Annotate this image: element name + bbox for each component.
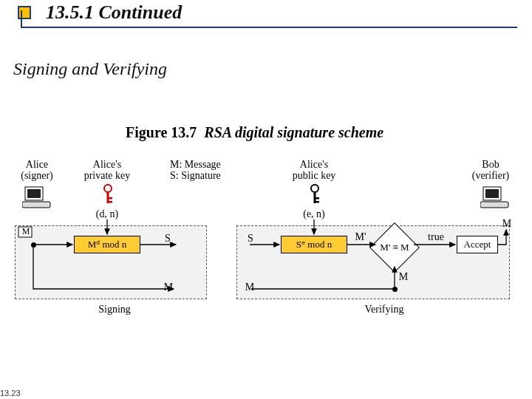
node-dot [392,287,398,292]
key-red-icon [102,184,114,206]
node-dot [31,242,36,248]
key-black-icon [309,184,321,206]
dn-label: (d, n) [89,208,126,219]
msg-sig-label: M: Message S: Signature [170,159,244,182]
alice-private-key-label: Alice's private key [81,159,133,182]
slide-header: 13.5.1 Continued [0,0,532,34]
slide-number: 13.23 [0,389,21,398]
svg-rect-4 [485,189,499,198]
bob-label: Bob (verifier) [468,159,513,182]
slide-subtitle: Signing and Verifying [13,59,167,79]
s-out-label: S [163,233,173,244]
mprime-label: M' [352,231,369,242]
svg-rect-2 [22,202,50,208]
svg-point-6 [104,185,112,192]
header-rule-vertical [21,10,28,28]
alice-label: Alice (signer) [15,159,59,182]
computer-icon [22,185,52,209]
s-in-label: S [245,233,256,244]
sign-op-box: Mᵈ mod n [74,236,140,253]
verifying-label: Verifying [355,304,414,315]
accept-box: Accept [457,236,498,253]
svg-rect-12 [316,197,319,200]
signing-label: Signing [89,304,140,315]
figure-caption-text: RSA digital signature scheme [204,124,383,140]
true-label: true [425,231,447,242]
svg-rect-5 [480,202,508,208]
svg-rect-9 [109,201,112,203]
m-bottom-out: M [163,282,174,293]
svg-rect-13 [316,201,319,203]
computer-icon [480,185,510,209]
verify-op-box: Sᵉ mod n [281,236,347,253]
svg-rect-1 [27,189,41,198]
compare-label: M' ≡ M [372,242,417,253]
figure-caption: Figure 13.7 RSA digital signature scheme [126,124,383,141]
svg-rect-8 [109,197,112,200]
slide-title: 13.5.1 Continued [46,1,182,24]
m-in-label: M [21,227,31,236]
verify-op-text: Sᵉ mod n [296,239,332,250]
rsa-diagram: Alice (signer) Alice's private key M: Me… [15,159,517,336]
alice-public-key-label: Alice's public key [288,159,340,182]
accept-text: Accept [464,239,491,250]
svg-point-10 [311,185,318,192]
m-diamond-in: M [398,271,409,282]
figure-number: Figure 13.7 [126,124,197,140]
en-label: (e, n) [296,208,332,219]
m-bottom-in: M [244,282,256,293]
header-rule [21,27,517,28]
m-out-label: M [501,218,513,229]
sign-op-text: Mᵈ mod n [88,239,127,250]
